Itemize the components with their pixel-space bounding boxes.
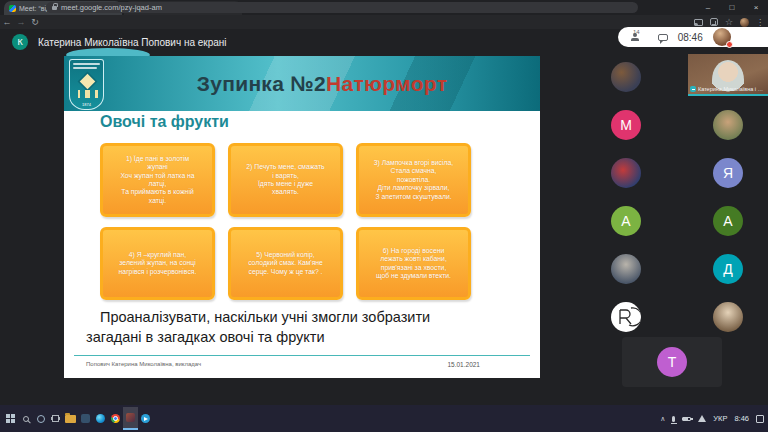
mic-indicator-icon — [690, 86, 696, 92]
riddle-card-2: 2) Печуть мене, смажать і варять, Їдять … — [228, 143, 343, 217]
slide-title: Зупинка №2 Натюрморт — [104, 56, 540, 111]
avatar-initial: А — [713, 206, 743, 236]
slide-title-accent: Натюрморт — [326, 72, 447, 96]
participant-name: Катерина Миколаївна і Кат... — [698, 86, 766, 92]
riddle-card-6: 6) На городі восени лежать жовті кабани,… — [356, 227, 471, 300]
brand-monogram-avatar — [611, 302, 641, 332]
participants-count: 14 — [633, 29, 640, 35]
active-app-button[interactable] — [123, 407, 138, 430]
translate-icon[interactable] — [710, 18, 718, 26]
store-app-button[interactable] — [78, 407, 93, 430]
avatar-initial: А — [611, 206, 641, 236]
lock-icon — [52, 6, 57, 10]
avatar-initial: Т — [657, 347, 687, 377]
active-app-icon — [126, 413, 135, 422]
slide-footer-author: Попович Катерина Миколаївна, викладач — [86, 361, 201, 367]
chat-icon[interactable] — [658, 34, 668, 41]
start-button[interactable] — [3, 407, 18, 430]
meet-favicon-icon — [9, 5, 16, 12]
participant-tile[interactable]: А — [688, 198, 768, 244]
university-crest-logo: 1874 — [69, 59, 104, 110]
avatar-photo — [713, 110, 743, 140]
browser-profile-avatar[interactable] — [740, 18, 749, 27]
crest-year: 1874 — [70, 102, 103, 107]
forward-icon[interactable]: → — [14, 17, 28, 27]
account-avatar[interactable] — [713, 28, 731, 46]
telegram-button[interactable] — [138, 407, 153, 430]
task-view-button[interactable] — [48, 407, 63, 430]
participant-tile[interactable] — [586, 150, 666, 196]
crest-text-line — [73, 67, 97, 69]
browser-menu-icon[interactable]: ⋮ — [756, 18, 764, 27]
participant-tile[interactable] — [688, 102, 768, 148]
store-app-icon — [81, 414, 90, 423]
network-icon[interactable] — [698, 415, 706, 422]
avatar-photo — [611, 254, 641, 284]
participant-tile[interactable]: А — [586, 198, 666, 244]
avatar-photo — [611, 158, 641, 188]
riddle-card-5: 5) Червоний колір, солодкий смак. Кам'ян… — [228, 227, 343, 300]
chrome-button[interactable] — [108, 407, 123, 430]
video-name-label: Катерина Миколаївна і Кат... — [690, 86, 766, 92]
minimize-button[interactable]: – — [696, 0, 720, 14]
cortana-button[interactable] — [33, 407, 48, 430]
riddle-card-1: 1) Їде пані в золотім жупані Хоч жупан т… — [100, 143, 215, 217]
riddle-card-row: 4) Я –круглий пан, зелений жупан, на сон… — [100, 227, 471, 300]
participant-tile[interactable] — [586, 54, 666, 100]
telegram-icon — [141, 414, 150, 423]
participant-tile[interactable] — [586, 246, 666, 292]
close-window-button[interactable]: × — [744, 0, 768, 14]
reload-icon[interactable]: ↻ — [28, 17, 42, 27]
slide-subtitle: Овочі та фрукти — [100, 113, 229, 131]
avatar-initial: Д — [713, 254, 743, 284]
edge-icon — [96, 414, 105, 423]
avatar-initial: Я — [713, 158, 743, 188]
slide-header-banner: 1874 Зупинка №2 Натюрморт — [64, 56, 540, 111]
file-explorer-button[interactable] — [63, 407, 78, 430]
shared-slide: 1874 Зупинка №2 Натюрморт Овочі та фрукт… — [64, 56, 540, 378]
participant-tile[interactable]: Д — [688, 246, 768, 292]
taskbar-search-button[interactable] — [18, 407, 33, 430]
presenter-status-text: Катерина Миколаївна Попович на екрані — [38, 37, 227, 48]
participant-tile[interactable]: Я — [688, 150, 768, 196]
language-indicator[interactable]: УКР — [713, 414, 727, 423]
avatar-initial: М — [611, 110, 641, 140]
participant-tile[interactable]: М — [586, 102, 666, 148]
avatar-photo — [713, 302, 743, 332]
participant-tile[interactable]: Т — [622, 337, 722, 387]
search-icon — [23, 416, 29, 422]
monogram-icon — [611, 302, 641, 332]
cast-icon[interactable] — [694, 19, 703, 26]
tray-clock[interactable]: 8:46 — [734, 414, 749, 423]
maximize-button[interactable]: □ — [720, 0, 744, 14]
slide-footer-divider — [74, 355, 530, 356]
back-icon[interactable]: ← — [0, 17, 14, 27]
participants-button[interactable]: 14 — [630, 33, 648, 41]
bookmark-star-icon[interactable]: ☆ — [725, 17, 733, 27]
crest-text-line — [73, 63, 100, 65]
cortana-icon — [37, 415, 45, 423]
folder-icon — [65, 415, 76, 423]
participant-tile[interactable] — [586, 294, 666, 340]
windows-logo-icon — [6, 414, 15, 423]
meeting-clock: 08:46 — [678, 32, 703, 43]
slide-title-main: Зупинка №2 — [197, 72, 326, 96]
riddle-card-4: 4) Я –круглий пан, зелений жупан, на сон… — [100, 227, 215, 300]
address-bar[interactable]: meet.google.com/pzy-jqad-am — [46, 2, 638, 13]
chrome-icon — [111, 414, 120, 423]
windows-taskbar — [0, 405, 768, 432]
meet-topbar: 14 08:46 — [618, 27, 768, 47]
action-center-icon[interactable] — [756, 415, 764, 423]
crest-rays — [75, 90, 100, 98]
participant-video-tile[interactable]: Катерина Миколаївна і Кат... — [688, 54, 768, 96]
edge-button[interactable] — [93, 407, 108, 430]
battery-icon[interactable] — [682, 417, 691, 421]
tray-mic-icon[interactable] — [672, 416, 675, 422]
participant-tile[interactable] — [688, 294, 768, 340]
task-view-icon — [52, 415, 59, 422]
system-tray: ∧ УКР 8:46 — [660, 405, 764, 432]
screen: Meet: “відкрите заняття мет × Экран - o.… — [0, 0, 768, 432]
tray-chevron-up-icon[interactable]: ∧ — [660, 415, 665, 423]
presenter-avatar: К — [12, 34, 28, 50]
crest-emblem — [80, 74, 96, 90]
